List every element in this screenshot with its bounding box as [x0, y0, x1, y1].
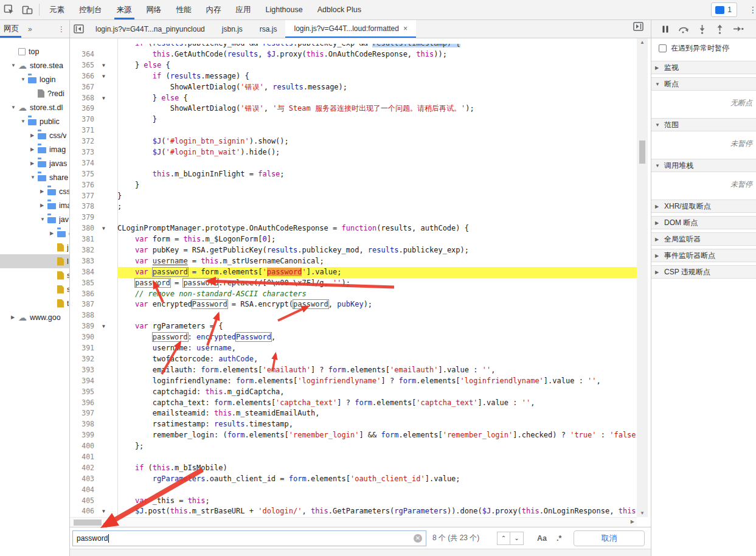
fold-arrow-icon[interactable]: ▼ [98, 321, 117, 332]
line-number[interactable]: 384 [70, 267, 98, 278]
top-tab-网络[interactable]: 网络 [139, 0, 169, 19]
chevron-right-icon[interactable]: ▶ [11, 314, 18, 320]
horizontal-scrollbar[interactable]: ▶ [70, 517, 637, 527]
tree-item-jav[interactable]: ▼jav [0, 212, 69, 226]
fold-arrow-icon[interactable]: ▼ [98, 223, 117, 234]
step-out-icon[interactable] [715, 24, 724, 34]
more-tabs-icon[interactable]: » [24, 20, 36, 38]
line-number[interactable]: 370 [70, 114, 98, 125]
step-icon[interactable] [733, 24, 744, 33]
tree-item-top[interactable]: top [0, 44, 69, 58]
scroll-right-icon[interactable]: ▶ [631, 519, 634, 524]
line-number[interactable]: 373 [70, 147, 98, 158]
step-over-icon[interactable] [678, 24, 689, 33]
file-tab-active[interactable]: login.js?v=G44T...loud:formatted× [285, 20, 415, 38]
line-number[interactable]: 376 [70, 180, 98, 191]
chevron-down-icon[interactable]: ▼ [11, 63, 18, 68]
file-tab-login.js?v=G44T...na_pinyuncloud[interactable]: login.js?v=G44T...na_pinyuncloud [87, 20, 213, 38]
section-范围[interactable]: ▼范围 [651, 118, 756, 131]
line-number[interactable]: 372 [70, 136, 98, 147]
line-number[interactable]: 375 [70, 169, 98, 180]
top-tab-内存[interactable]: 内存 [199, 0, 229, 19]
close-icon[interactable]: × [403, 24, 407, 33]
show-debugger-sidebar-icon[interactable] [629, 22, 647, 31]
chevron-down-icon[interactable]: ▼ [11, 105, 18, 110]
pause-on-exceptions-row[interactable]: 在遇到异常时暂停 [651, 38, 756, 58]
chevron-down-icon[interactable]: ▼ [30, 175, 38, 180]
line-number[interactable]: 400 [70, 441, 98, 452]
fold-arrow-icon[interactable]: ▼ [98, 506, 117, 517]
line-number[interactable]: 378 [70, 201, 98, 212]
navigator-menu-icon[interactable]: ⋮ [54, 20, 69, 38]
tree-item-s[interactable]: s [0, 268, 69, 282]
line-number[interactable]: 397 [70, 408, 98, 419]
tree-item-t[interactable]: t [0, 296, 69, 310]
line-number[interactable]: 398 [70, 419, 98, 430]
file-tab-rsa.js[interactable]: rsa.js [251, 20, 286, 38]
horizontal-scrollbar-thumb[interactable] [74, 520, 102, 526]
top-tab-来源[interactable]: 来源 [109, 0, 139, 19]
cancel-search-button[interactable]: 取消 [574, 530, 645, 546]
more-options-icon[interactable]: ⋮ [749, 5, 756, 15]
section-CSP 违规断点[interactable]: ▶CSP 违规断点 [651, 265, 756, 279]
chevron-right-icon[interactable]: ▶ [40, 189, 47, 194]
file-tab-jsbn.js[interactable]: jsbn.js [213, 20, 251, 38]
vertical-scrollbar-thumb[interactable] [639, 141, 645, 164]
tree-item-ima[interactable]: ▶ima [0, 198, 69, 212]
line-number[interactable]: 368 [70, 93, 98, 104]
line-number[interactable]: 380 [70, 223, 98, 234]
line-number[interactable]: 383 [70, 256, 98, 267]
chevron-right-icon[interactable]: ▶ [30, 147, 38, 152]
line-number[interactable]: 396 [70, 398, 98, 409]
section-DOM 断点[interactable]: ▶DOM 断点 [651, 216, 756, 229]
regex-button[interactable]: .* [557, 534, 561, 543]
issues-counter[interactable]: 1 [711, 2, 737, 17]
clear-search-icon[interactable]: ✕ [414, 534, 422, 543]
line-number[interactable]: 387 [70, 299, 98, 310]
line-number[interactable]: 377 [70, 191, 98, 202]
line-number[interactable]: 395 [70, 387, 98, 398]
chevron-right-icon[interactable]: ▶ [50, 231, 57, 236]
tree-item-css[interactable]: ▶css [0, 184, 69, 198]
fold-arrow-icon[interactable]: ▼ [98, 71, 117, 82]
line-number[interactable]: 386 [70, 289, 98, 300]
line-number[interactable]: 367 [70, 82, 98, 93]
search-input[interactable]: password ✕ [72, 530, 426, 546]
line-number[interactable]: 406 [70, 506, 98, 517]
step-into-icon[interactable] [698, 24, 707, 34]
top-tab-性能[interactable]: 性能 [169, 0, 199, 19]
line-number[interactable]: 399 [70, 430, 98, 441]
tree-item-l[interactable]: l [0, 254, 69, 268]
next-match-button[interactable]: ⌄ [510, 532, 524, 545]
top-tab-元素[interactable]: 元素 [42, 0, 72, 19]
tree-item-store.st.dl[interactable]: ▼☁store.st.dl [0, 100, 69, 114]
line-number[interactable]: 403 [70, 474, 98, 485]
line-number[interactable]: 385 [70, 278, 98, 289]
tree-item-share[interactable]: ▼share [0, 170, 69, 184]
line-number[interactable]: 389 [70, 321, 98, 332]
section-全局监听器[interactable]: ▶全局监听器 [651, 232, 756, 246]
line-number[interactable]: 405 [70, 496, 98, 507]
section-监视[interactable]: ▶监视 [651, 61, 756, 74]
inspect-element-icon[interactable] [0, 0, 18, 19]
tree-item-public[interactable]: ▼public [0, 114, 69, 128]
section-断点[interactable]: ▼断点 [651, 77, 756, 91]
line-number[interactable]: 371 [70, 125, 98, 136]
previous-match-button[interactable]: ⌃ [497, 532, 510, 545]
vertical-scrollbar[interactable]: ▲ ▼ [637, 38, 648, 517]
tree-item-www.goo[interactable]: ▶☁www.goo [0, 310, 69, 324]
line-number[interactable]: 404 [70, 485, 98, 496]
top-tab-控制台[interactable]: 控制台 [72, 0, 109, 19]
tab-page[interactable]: 网页 [0, 20, 24, 38]
match-case-button[interactable]: Aa [537, 534, 547, 543]
fold-arrow-icon[interactable]: ▼ [98, 60, 117, 71]
section-调用堆栈[interactable]: ▼调用堆栈 [651, 159, 756, 172]
tree-item-c[interactable]: ▶c [0, 226, 69, 240]
line-number[interactable]: 382 [70, 245, 98, 256]
line-number[interactable]: 391 [70, 343, 98, 354]
fold-arrow-icon[interactable]: ▼ [98, 93, 117, 104]
top-tab-Lighthouse[interactable]: Lighthouse [258, 0, 310, 19]
top-tab-Adblock Plus[interactable]: Adblock Plus [310, 0, 369, 19]
tree-item-login[interactable]: ▼login [0, 72, 69, 86]
section-事件监听器断点[interactable]: ▶事件监听器断点 [651, 249, 756, 262]
